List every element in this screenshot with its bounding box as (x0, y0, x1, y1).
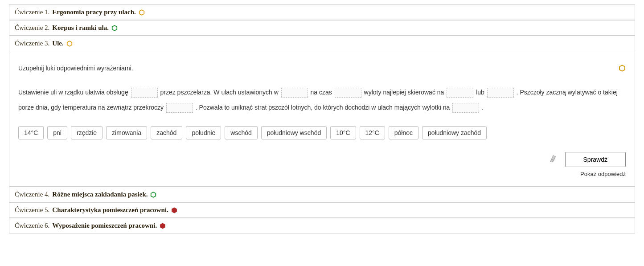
option-chip[interactable]: wschód (225, 126, 257, 139)
blank-dropzone[interactable] (487, 88, 514, 98)
exercise-header-2[interactable]: Ćwiczenie 2. Korpus i ramki ula. (9, 20, 635, 36)
exercise-body: Uzupełnij luki odpowiednimi wyrażeniami.… (9, 51, 635, 187)
exercise-title: Różne miejsca zakładania pasiek. (52, 191, 148, 198)
exercise-label: Ćwiczenie 5. (15, 206, 49, 214)
eraser-icon[interactable] (547, 154, 558, 166)
show-answer-link[interactable]: Pokaż odpowiedź (580, 171, 626, 177)
blank-dropzone[interactable] (281, 88, 308, 98)
svg-marker-3 (619, 65, 625, 71)
difficulty-hexagon-icon (111, 25, 118, 31)
exercise-label: Ćwiczenie 3. (15, 40, 49, 47)
exercise-header-5[interactable]: Ćwiczenie 5. Charakterystyka pomieszczeń… (9, 202, 635, 218)
exercise-title: Charakterystyka pomieszczeń pracowni. (52, 206, 168, 214)
text-segment: Ustawienie uli w rządku ułatwia obsługę (18, 89, 130, 96)
difficulty-hexagon-icon (619, 65, 626, 72)
option-chip[interactable]: 10°C (330, 126, 356, 139)
check-button[interactable]: Sprawdź (565, 152, 626, 167)
exercise-header-1[interactable]: Ćwiczenie 1. Ergonomia pracy przy ulach. (9, 4, 635, 20)
exercise-label: Ćwiczenie 1. (15, 8, 49, 16)
options-pool: 14°C pni rzędzie zimowania zachód połudn… (18, 126, 626, 139)
difficulty-hexagon-icon (139, 9, 145, 16)
svg-marker-0 (139, 10, 144, 15)
exercise-header-6[interactable]: Ćwiczenie 6. Wyposażenie pomieszczeń pra… (9, 218, 635, 233)
svg-marker-1 (112, 25, 117, 31)
cloze-text: Ustawienie uli w rządku ułatwia obsługę … (18, 85, 626, 115)
svg-marker-6 (160, 223, 165, 229)
option-chip[interactable]: zimowania (106, 126, 147, 139)
option-chip[interactable]: południowy zachód (422, 126, 487, 139)
blank-dropzone[interactable] (447, 88, 473, 98)
text-segment: wyloty najlepiej skierować na (364, 89, 446, 96)
exercise-title: Ule. (52, 40, 63, 47)
text-segment: przez pszczelarza. W ulach ustawionych w (160, 89, 280, 96)
blank-dropzone[interactable] (335, 88, 361, 98)
text-segment: . Pozwala to uniknąć strat pszczół lotny… (196, 104, 451, 111)
text-segment: lub (476, 89, 486, 96)
exercise-title: Wyposażenie pomieszczeń pracowni. (52, 222, 157, 229)
option-chip[interactable]: północ (389, 126, 418, 139)
option-chip[interactable]: zachód (151, 126, 182, 139)
exercise-header-4[interactable]: Ćwiczenie 4. Różne miejsca zakładania pa… (9, 187, 635, 202)
option-chip[interactable]: 12°C (360, 126, 385, 139)
text-segment: . (482, 104, 484, 111)
blank-dropzone[interactable] (166, 103, 193, 113)
blank-dropzone[interactable] (131, 88, 158, 98)
exercise-title: Ergonomia pracy przy ulach. (52, 8, 136, 16)
exercise-label: Ćwiczenie 4. (15, 191, 49, 198)
svg-marker-2 (67, 41, 72, 46)
exercise-header-3[interactable]: Ćwiczenie 3. Ule. (9, 36, 635, 51)
exercise-label: Ćwiczenie 6. (15, 222, 49, 229)
instruction-text: Uzupełnij luki odpowiednimi wyrażeniami. (18, 65, 133, 72)
option-chip[interactable]: południe (186, 126, 221, 139)
difficulty-hexagon-icon (150, 192, 156, 198)
option-chip[interactable]: 14°C (18, 126, 44, 139)
exercise-title: Korpus i ramki ula. (52, 24, 109, 32)
option-chip[interactable]: południowy wschód (261, 126, 327, 139)
blank-dropzone[interactable] (452, 103, 479, 113)
difficulty-hexagon-icon (66, 41, 73, 47)
exercise-label: Ćwiczenie 2. (15, 24, 49, 32)
svg-marker-4 (151, 192, 156, 197)
option-chip[interactable]: pni (47, 126, 67, 139)
option-chip[interactable]: rzędzie (71, 126, 103, 139)
actions-area: Sprawdź Pokaż odpowiedź (18, 152, 626, 177)
text-segment: na czas (311, 89, 334, 96)
difficulty-hexagon-icon (171, 207, 177, 213)
difficulty-hexagon-icon (160, 223, 166, 229)
svg-marker-5 (172, 208, 176, 213)
